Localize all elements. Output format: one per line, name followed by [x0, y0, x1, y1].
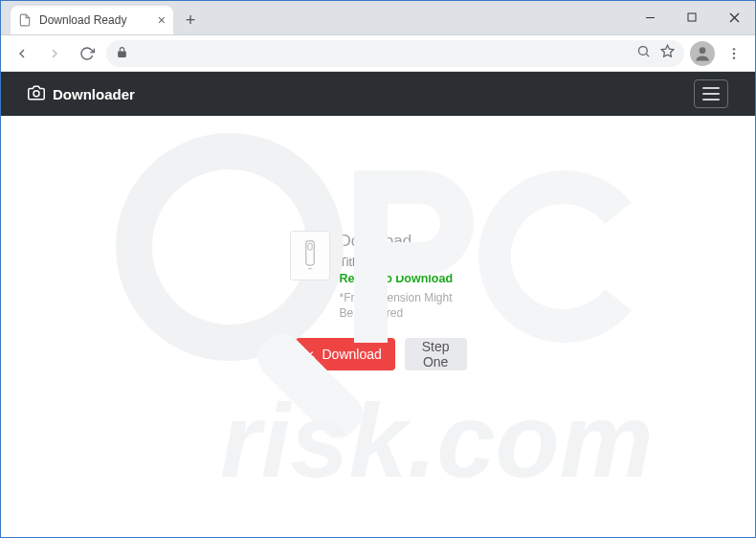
reload-button[interactable]	[74, 40, 100, 67]
main-content: Download Title Your File Is Ready To Dow…	[1, 116, 755, 370]
forward-button[interactable]	[41, 40, 68, 67]
svg-rect-16	[307, 243, 311, 250]
browser-tab[interactable]: Download Ready ×	[11, 6, 173, 34]
tab-title: Download Ready	[39, 13, 150, 27]
close-icon[interactable]: ×	[158, 13, 166, 27]
download-card: Download Title Your File Is Ready To Dow…	[290, 231, 467, 370]
file-icon	[290, 231, 330, 280]
brand-name: Downloader	[53, 86, 135, 102]
bookmark-star-icon[interactable]	[660, 44, 675, 62]
svg-point-4	[639, 47, 648, 56]
file-summary: Download Title Your File Is Ready To Dow…	[290, 231, 467, 321]
new-tab-button[interactable]: +	[177, 7, 204, 34]
menu-button[interactable]	[694, 79, 728, 108]
extension-note: *Free Extension Might Be Required	[340, 290, 467, 321]
svg-point-8	[733, 48, 735, 50]
camera-icon	[28, 84, 45, 104]
site-header: Downloader	[1, 72, 755, 116]
minimize-button[interactable]	[629, 0, 671, 34]
download-button[interactable]: Download	[290, 338, 395, 370]
svg-marker-6	[661, 45, 674, 56]
step-one-button-label: Step One	[418, 339, 454, 370]
window-controls	[629, 0, 755, 34]
browser-toolbar	[1, 35, 755, 72]
svg-point-10	[733, 56, 735, 58]
svg-point-14	[33, 90, 39, 96]
search-icon[interactable]	[636, 44, 651, 62]
card-heading: Download	[340, 231, 467, 253]
lock-icon	[116, 45, 128, 62]
download-icon	[303, 347, 317, 363]
brand-logo[interactable]: Downloader	[28, 84, 135, 104]
svg-point-9	[733, 52, 735, 54]
maximize-button[interactable]	[671, 0, 713, 34]
svg-text:risk.com: risk.com	[220, 381, 653, 499]
browser-titlebar: Download Ready × +	[1, 1, 755, 35]
svg-rect-1	[688, 13, 696, 21]
address-bar[interactable]	[106, 40, 684, 67]
svg-rect-15	[305, 241, 314, 266]
download-button-label: Download	[322, 347, 382, 362]
back-button[interactable]	[9, 40, 35, 67]
svg-line-5	[646, 54, 649, 56]
svg-rect-18	[305, 356, 314, 357]
tab-favicon	[18, 13, 32, 27]
svg-point-7	[700, 47, 706, 54]
step-one-button[interactable]: Step One	[405, 338, 467, 370]
page-viewport: risk.com Downloader	[1, 72, 755, 537]
profile-avatar[interactable]	[690, 41, 715, 66]
close-window-button[interactable]	[713, 0, 755, 34]
browser-menu-button[interactable]	[721, 40, 747, 67]
title-label: Title	[340, 256, 362, 269]
